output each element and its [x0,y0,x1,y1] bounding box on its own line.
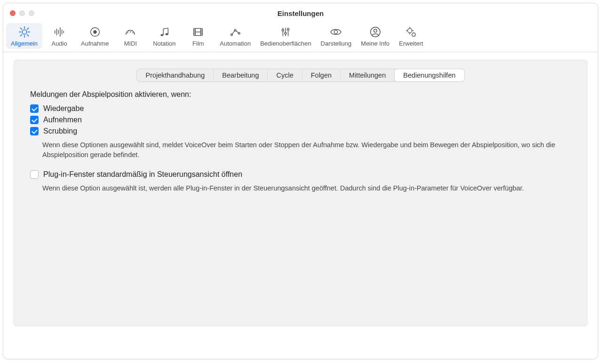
section-description: Wenn diese Optionen ausgewählt sind, mel… [42,140,564,160]
svg-point-19 [133,32,134,33]
toolbar-tab-allgemein[interactable]: Allgemein [6,23,42,49]
checkbox-label: Plug-in-Fenster standardmäßig in Steueru… [43,170,242,179]
toolbar-tab-label: MIDI [124,40,137,47]
svg-point-50 [412,33,415,36]
subtab-folgen[interactable]: Folgen [302,69,341,81]
toolbar-tab-label: Aufnahme [81,40,109,47]
checkbox-wiedergabe[interactable] [30,104,39,113]
checkbox-row-scrubbing: Scrubbing [30,127,571,135]
toolbar-tab-label: Bedienoberflächen [260,40,311,47]
svg-point-18 [127,32,128,33]
checkbox-plugin-controls-view[interactable] [30,170,39,179]
film-icon [191,26,205,38]
subtab-bearbeitung[interactable]: Bearbeitung [214,69,268,81]
checkbox-row-plugin: Plug-in-Fenster standardmäßig in Steueru… [30,170,571,179]
toolbar-tab-label: Erweitert [399,40,423,47]
checkbox-row-aufnehmen: Aufnehmen [30,116,571,124]
svg-line-26 [164,28,168,29]
svg-point-43 [282,29,284,31]
svg-point-44 [285,32,286,34]
toolbar-tab-darstellung[interactable]: Darstellung [316,23,357,49]
gear-icon [17,26,32,38]
checkbox-row-wiedergabe: Wiedergabe [30,104,571,113]
checkbox-label: Wiedergabe [43,104,84,113]
checkbox-label: Aufnehmen [43,116,82,124]
svg-point-48 [373,29,377,32]
checkbox-aufnehmen[interactable] [30,116,39,124]
automation-icon [228,26,242,38]
svg-line-6 [27,35,28,36]
subtab-control: Projekthandhabung Bearbeitung Cycle Folg… [136,69,464,82]
svg-point-46 [334,30,338,33]
midi-icon [123,26,137,38]
toolbar-tab-label: Allgemein [11,40,38,47]
svg-point-16 [93,30,96,33]
svg-line-7 [27,28,28,30]
toolbar-tab-label: Meine Info [361,40,389,47]
toolbar-tab-audio[interactable]: Audio [42,23,76,49]
toolbar-tab-film[interactable]: Film [181,23,215,49]
double-gear-icon [404,26,418,38]
toolbar-tab-aufnahme[interactable]: Aufnahme [76,23,113,49]
svg-point-21 [132,30,133,31]
toolbar-tab-automation[interactable]: Automation [215,23,255,49]
subtab-cycle[interactable]: Cycle [268,69,302,81]
preferences-window: Einstellungen Allgemein Audio Aufnahme [3,3,598,359]
toolbar-tab-label: Audio [51,40,67,47]
waveform-icon [52,26,66,38]
svg-point-20 [128,30,129,31]
checkbox-scrubbing[interactable] [30,127,39,135]
subtab-bedienungshilfen[interactable]: Bedienungshilfen [395,69,464,81]
toolbar-tab-label: Automation [220,40,251,47]
record-icon [88,26,102,38]
window-title: Einstellungen [3,9,598,17]
section-heading: Meldungen der Abspielposition aktivieren… [30,90,571,99]
section-description: Wenn diese Option ausgewählt ist, werden… [42,183,564,193]
svg-line-8 [20,35,22,36]
svg-point-17 [130,32,131,32]
toolbar-tab-meineinfo[interactable]: Meine Info [356,23,394,49]
svg-line-38 [232,31,235,34]
checkbox-label: Scrubbing [43,127,77,135]
subtab-projekthandhabung[interactable]: Projekthandhabung [137,69,214,81]
eye-icon [329,26,343,38]
svg-point-49 [408,29,412,33]
notes-icon [157,26,171,38]
svg-line-39 [236,31,239,33]
toolbar-tab-erweitert[interactable]: Erweitert [394,23,428,49]
content-area: Projekthandhabung Bearbeitung Cycle Folg… [3,52,598,334]
playhead-announcements-section: Meldungen der Abspielposition aktivieren… [14,90,587,193]
toolbar-tab-label: Notation [153,40,175,47]
settings-panel: Projekthandhabung Bearbeitung Cycle Folg… [14,60,587,326]
toolbar-tab-label: Darstellung [321,40,352,47]
sliders-icon [278,26,293,38]
svg-point-0 [22,30,26,34]
person-circle-icon [368,26,382,38]
toolbar-tab-label: Film [192,40,204,47]
toolbar-tab-midi[interactable]: MIDI [113,23,147,49]
svg-point-45 [287,28,289,30]
toolbar-tab-notation[interactable]: Notation [147,23,181,49]
titlebar: Einstellungen [3,3,598,23]
preferences-toolbar: Allgemein Audio Aufnahme MIDI Notation [3,23,598,52]
toolbar-tab-bedienoberflaechen[interactable]: Bedienoberflächen [255,23,316,49]
subtab-mitteilungen[interactable]: Mitteilungen [341,69,395,81]
svg-line-5 [20,28,22,30]
svg-point-35 [231,34,233,36]
